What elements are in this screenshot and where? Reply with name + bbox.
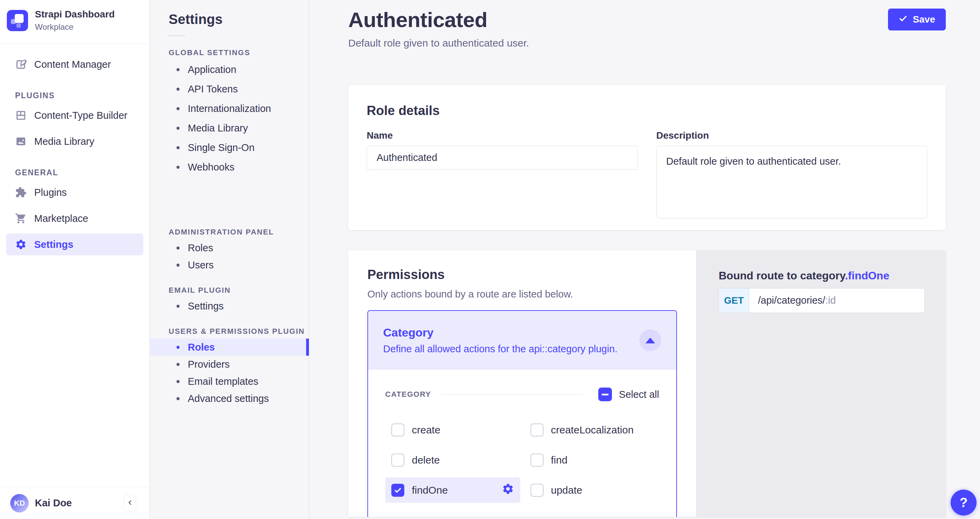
subnav-section-global-settings: GLOBAL SETTINGS <box>169 48 309 57</box>
collapse-sidebar-button[interactable] <box>124 495 136 512</box>
subnav-item-up-roles[interactable]: Roles <box>150 339 309 356</box>
sidebar-item-marketplace[interactable]: Marketplace <box>6 208 143 229</box>
permission-row-createLocalization: createLocalization <box>524 417 660 443</box>
page-subtitle: Default role given to authenticated user… <box>348 37 529 49</box>
permission-row-update: update <box>524 477 660 503</box>
collapse-accordion-button[interactable] <box>639 329 661 351</box>
subnav-item-label: Users <box>188 260 214 271</box>
name-input[interactable] <box>367 146 638 170</box>
bound-route-title: Bound route to category.findOne <box>719 270 924 282</box>
category-group-label: CATEGORY <box>385 390 431 399</box>
route-path-base: /api/categories/ <box>758 295 826 306</box>
subnav-section: Settings <box>150 297 309 315</box>
bound-route-title-prefix: Bound route to category <box>719 270 845 282</box>
brand-title: Strapi Dashboard <box>35 9 115 20</box>
save-button[interactable]: Save <box>888 8 946 30</box>
subnav-item-label: Roles <box>188 243 213 254</box>
sidebar-item-label: Media Library <box>34 136 94 147</box>
subnav-item-advanced-settings[interactable]: Advanced settings <box>150 390 309 407</box>
permission-label: update <box>551 484 582 496</box>
subnav-item-application[interactable]: Application <box>150 60 309 80</box>
subnav-item-admin-roles[interactable]: Roles <box>150 239 309 256</box>
avatar[interactable]: KD <box>10 494 29 513</box>
sidebar-item-label: Settings <box>34 239 73 250</box>
subnav-item-providers[interactable]: Providers <box>150 356 309 373</box>
route-display: GET /api/categories/:id <box>719 288 924 313</box>
permission-checkbox-create[interactable] <box>391 423 404 436</box>
subnav-section: Roles Users <box>150 239 309 273</box>
permission-checkbox-find[interactable] <box>531 454 544 466</box>
sidebar-item-content-manager[interactable]: Content Manager <box>6 53 143 75</box>
select-all-checkbox[interactable] <box>598 388 612 401</box>
subnav-item-label: API Tokens <box>188 83 238 95</box>
subnav-section-users-permissions-plugin: USERS & PERMISSIONS PLUGIN <box>169 327 309 336</box>
subnav-item-label: Roles <box>188 342 215 353</box>
minus-icon <box>602 394 609 395</box>
permission-checkbox-createLocalization[interactable] <box>531 423 544 436</box>
sidebar-item-settings[interactable]: Settings <box>6 233 143 256</box>
bullet-icon <box>177 363 180 366</box>
gear-icon <box>15 239 27 250</box>
divider <box>441 394 583 395</box>
permissions-grid: create createLocalization delete <box>385 417 659 503</box>
sidebar-item-label: Content-Type Builder <box>34 110 127 121</box>
subnav-item-label: Email templates <box>188 376 258 387</box>
category-accordion-header[interactable]: Category Define all allowed actions for … <box>368 311 676 370</box>
permissions-section: Permissions Only actions bound by a rout… <box>348 250 946 517</box>
permission-checkbox-delete[interactable] <box>391 454 404 466</box>
subnav-item-admin-users[interactable]: Users <box>150 256 309 273</box>
subnav-item-webhooks[interactable]: Webhooks <box>150 158 309 177</box>
page-title: Authenticated <box>348 8 529 31</box>
permission-checkbox-update[interactable] <box>531 484 544 497</box>
brand[interactable]: Strapi Dashboard Workplace <box>0 0 150 43</box>
permission-checkbox-findOne[interactable] <box>391 484 404 497</box>
bullet-icon <box>177 107 180 110</box>
content-type-builder-icon <box>15 110 27 121</box>
role-details-form: Name Description Default role given to a… <box>367 130 928 220</box>
subnav-item-internationalization[interactable]: Internationalization <box>150 99 309 118</box>
category-accordion-body: CATEGORY Select all create <box>368 370 676 503</box>
settings-subnav: Settings GLOBAL SETTINGS Application API… <box>150 0 309 519</box>
permission-settings-gear-icon[interactable] <box>502 483 514 497</box>
bullet-icon <box>177 380 180 383</box>
permission-label: find <box>551 454 568 466</box>
subnav-item-label: Advanced settings <box>188 393 269 404</box>
permission-row-findOne: findOne <box>385 477 520 503</box>
select-all-label: Select all <box>619 389 659 400</box>
subnav-item-media-library[interactable]: Media Library <box>150 118 309 138</box>
role-details-heading: Role details <box>367 104 928 118</box>
bound-route-panel: Bound route to category.findOne GET /api… <box>696 250 946 517</box>
bullet-icon <box>177 397 180 400</box>
category-accordion-title: Category <box>383 326 617 339</box>
subnav-item-email-templates[interactable]: Email templates <box>150 373 309 390</box>
select-all-control[interactable]: Select all <box>598 388 659 401</box>
route-path: /api/categories/:id <box>749 289 836 313</box>
main-content: Authenticated Default role given to auth… <box>309 0 980 519</box>
subnav-section: Roles Providers Email templates Advanced… <box>150 339 309 407</box>
sidebar-item-content-type-builder[interactable]: Content-Type Builder <box>6 104 143 126</box>
strapi-app: Strapi Dashboard Workplace Content Manag… <box>0 0 980 519</box>
name-label: Name <box>367 130 638 141</box>
question-mark-icon: ? <box>959 495 967 510</box>
bullet-icon <box>177 166 180 169</box>
permissions-heading: Permissions <box>368 267 677 283</box>
brand-subtitle: Workplace <box>35 22 115 32</box>
subnav-item-label: Application <box>188 64 236 75</box>
category-accordion: Category Define all allowed actions for … <box>368 310 677 517</box>
sidebar-item-plugins[interactable]: Plugins <box>6 182 143 203</box>
page-header-text: Authenticated Default role given to auth… <box>348 8 529 49</box>
route-path-param: :id <box>826 295 836 306</box>
subnav-item-single-sign-on[interactable]: Single Sign-On <box>150 138 309 158</box>
bullet-icon <box>177 305 180 308</box>
subnav-item-email-settings[interactable]: Settings <box>150 297 309 315</box>
subnav-item-api-tokens[interactable]: API Tokens <box>150 80 309 99</box>
marketplace-icon <box>15 212 27 224</box>
sidebar-item-media-library[interactable]: Media Library <box>6 131 143 152</box>
permission-label: delete <box>412 454 440 466</box>
help-button[interactable]: ? <box>951 490 977 516</box>
sidebar-item-label: Content Manager <box>34 59 111 70</box>
description-textarea[interactable]: Default role given to authenticated user… <box>656 146 928 219</box>
bullet-icon <box>177 68 180 71</box>
strapi-logo-icon <box>7 10 28 31</box>
divider <box>169 35 185 36</box>
